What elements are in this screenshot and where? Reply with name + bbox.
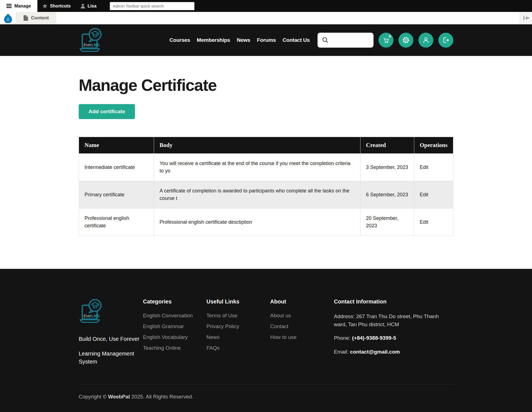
copyright-text: Copyright © WeebPal 2025. All Rights Res… — [79, 384, 453, 411]
cell-name: Professional english certificate — [79, 208, 154, 236]
edit-link[interactable]: Edit — [420, 192, 428, 197]
user-account-tab[interactable]: Lisa — [76, 0, 101, 12]
manage-label: Manage — [14, 4, 31, 9]
cart-icon — [383, 37, 390, 44]
cell-created: 6 September, 2023 — [360, 181, 414, 208]
contact-email: Email: contact@gmail.com — [334, 348, 453, 356]
link-terms-of-use[interactable]: Terms of Use — [206, 313, 270, 319]
logout-icon — [442, 37, 449, 44]
content-tab[interactable]: Content — [16, 12, 56, 24]
column-header-created: Created — [360, 137, 414, 154]
manage-tab[interactable]: Manage — [0, 0, 37, 12]
cell-created: 3 September, 2023 — [360, 154, 414, 181]
column-header-operations: Operations — [414, 137, 453, 154]
nav-contact-us[interactable]: Contact Us — [283, 37, 310, 43]
site-footer: EverLMS Build Once, Use Forever Learning… — [0, 269, 532, 412]
table-row: Primary certificate A certificate of com… — [79, 181, 453, 208]
add-certificate-button[interactable]: Add certificate — [79, 104, 135, 119]
contact-address: Address: 267 Tran Thu Do street, Phu Tha… — [334, 313, 453, 328]
everlms-logo-footer: EverLMS — [79, 298, 105, 324]
table-header-row: Name Body Created Operations — [79, 137, 453, 154]
link-teaching-online[interactable]: Teaching Online — [143, 345, 206, 351]
header-action-buttons: 0 — [378, 33, 453, 48]
person-icon — [422, 37, 429, 44]
contact-phone: Phone: (+84)-9388-9399-5 — [334, 334, 453, 342]
page-title: Manage Certificate — [79, 56, 453, 95]
menu-icon — [6, 4, 12, 8]
tray-spacer — [56, 12, 520, 24]
nav-forums[interactable]: Forums — [257, 37, 276, 43]
svg-text:EverLMS: EverLMS — [84, 42, 100, 47]
admin-toolbar: Manage ★ Shortcuts Lisa — [0, 0, 532, 12]
everlms-logo[interactable]: EverLMS — [79, 27, 105, 53]
categories-title: Categories — [143, 298, 206, 305]
about-title: About — [270, 298, 334, 305]
nav-news[interactable]: News — [237, 37, 250, 43]
footer-tagline-2: Learning Management System — [79, 350, 143, 366]
logout-button[interactable] — [438, 33, 453, 48]
link-how-to-use[interactable]: How to use — [270, 334, 334, 340]
column-header-body: Body — [154, 137, 360, 154]
drupal-home-button[interactable] — [0, 12, 16, 24]
user-icon — [81, 4, 85, 9]
link-news[interactable]: News — [206, 334, 270, 340]
svg-text:EverLMS: EverLMS — [84, 314, 100, 318]
settings-button[interactable] — [398, 33, 413, 48]
main-content: Manage Certificate Add certificate Name … — [0, 56, 532, 269]
link-privacy-policy[interactable]: Privacy Policy — [206, 323, 270, 329]
link-faqs[interactable]: FAQs — [206, 345, 270, 351]
admin-search-input[interactable] — [110, 2, 195, 10]
footer-useful-links-column: Useful Links Terms of Use Privacy Policy… — [206, 298, 270, 366]
document-icon — [24, 15, 28, 21]
link-english-conversation[interactable]: English Conversation — [143, 313, 206, 319]
link-contact[interactable]: Contact — [270, 323, 334, 329]
shortcuts-label: Shortcuts — [50, 4, 71, 9]
admin-toolbar-tray: Content — [0, 12, 532, 24]
edit-link[interactable]: Edit — [420, 219, 428, 225]
cart-button[interactable]: 0 — [378, 33, 393, 48]
content-label: Content — [31, 15, 49, 21]
contact-info-title: Contact Information — [334, 298, 453, 305]
toolbar-orientation-toggle[interactable] — [520, 12, 532, 24]
nav-memberships[interactable]: Memberships — [197, 37, 230, 43]
arrow-to-left-icon — [523, 16, 529, 20]
site-search-box[interactable] — [318, 33, 374, 48]
nav-courses[interactable]: Courses — [169, 37, 190, 43]
cell-name: Primary certificate — [79, 181, 154, 208]
footer-about-column: About About us Contact How to use — [270, 298, 334, 366]
drupal-logo-icon — [4, 13, 12, 23]
shortcuts-tab[interactable]: ★ Shortcuts — [37, 0, 76, 12]
link-english-vocabulary[interactable]: English Vocabulary — [143, 334, 206, 340]
link-about-us[interactable]: About us — [270, 313, 334, 319]
certificates-table: Name Body Created Operations Intermediat… — [79, 137, 453, 236]
edit-link[interactable]: Edit — [420, 164, 428, 170]
account-button[interactable] — [418, 33, 433, 48]
brand-suffix: LMS — [91, 42, 99, 47]
site-header: EverLMS Courses Memberships News Forums … — [0, 24, 532, 56]
main-nav: Courses Memberships News Forums Contact … — [169, 37, 310, 43]
column-header-name: Name — [79, 137, 154, 154]
cell-body: You will receive a certificate at the en… — [154, 154, 360, 181]
cell-body: Professional english certificate desctip… — [154, 208, 360, 236]
table-row: Professional english certificate Profess… — [79, 208, 453, 236]
footer-contact-column: Contact Information Address: 267 Tran Th… — [334, 298, 453, 366]
brand-prefix: Ever — [84, 42, 92, 47]
table-row: Intermediate certificate You will receiv… — [79, 154, 453, 181]
cell-name: Intermediate certificate — [79, 154, 154, 181]
user-label: Lisa — [88, 4, 96, 9]
cell-body: A certificate of completion is awarded t… — [154, 181, 360, 208]
link-english-grammar[interactable]: English Grammar — [143, 323, 206, 329]
cart-count-badge: 0 — [389, 34, 391, 38]
search-icon — [322, 37, 328, 43]
star-icon: ★ — [42, 3, 48, 9]
useful-links-title: Useful Links — [206, 298, 270, 305]
footer-brand-column: EverLMS Build Once, Use Forever Learning… — [79, 298, 143, 366]
cell-created: 20 September, 2023 — [360, 208, 414, 236]
gear-icon — [402, 36, 410, 44]
footer-tagline-1: Build Once, Use Forever — [79, 335, 143, 343]
footer-categories-column: Categories English Conversation English … — [143, 298, 206, 366]
